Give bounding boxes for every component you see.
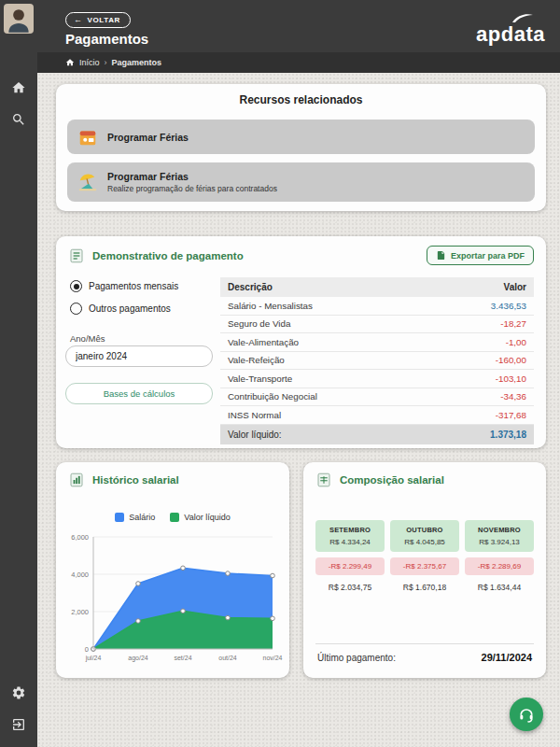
export-pdf-button[interactable]: Exportar para PDF [427, 246, 534, 265]
table-row: Contribuição Negocial -34,36 [220, 388, 534, 407]
history-chart-icon [68, 472, 85, 488]
export-pdf-label: Exportar para PDF [451, 251, 525, 261]
valor-liquido-swatch [170, 513, 179, 522]
deduction-chip: -R$ 2.375,67 [390, 557, 459, 575]
deduction-value: -R$ 2.289,69 [467, 562, 532, 571]
radio-pagamentos-mensais[interactable]: Pagamentos mensais [70, 280, 178, 292]
composition-month-setembro: SETEMBRO R$ 4.334,24 -R$ 2.299,49 R$ 2.0… [315, 520, 385, 592]
logo-text: apdata [476, 24, 545, 45]
related-item-label: Programar Férias [107, 132, 189, 143]
radio-label: Pagamentos mensais [89, 281, 178, 291]
deduction-value: -R$ 2.299,49 [317, 562, 383, 571]
row-value: -1,00 [506, 337, 526, 347]
gross-value: R$ 4.045,85 [392, 538, 457, 546]
breadcrumb-current: Pagamentos [112, 58, 162, 67]
table-row: Vale-Transporte -103,10 [220, 370, 534, 388]
period-input[interactable] [65, 345, 213, 367]
svg-text:set/24: set/24 [174, 655, 191, 661]
back-arrow-icon: ← [74, 16, 83, 24]
row-desc: Vale-Refeição [228, 355, 285, 365]
pdf-export-icon [436, 250, 446, 261]
breadcrumb: Início › Pagamentos [65, 56, 161, 69]
support-fab-button[interactable] [510, 698, 543, 731]
settings-gear-icon[interactable] [11, 685, 26, 700]
net-value: R$ 1.634,44 [465, 583, 534, 592]
salario-swatch [115, 513, 124, 522]
svg-text:jul/24: jul/24 [85, 655, 102, 662]
logout-icon[interactable] [11, 717, 26, 732]
breadcrumb-inicio[interactable]: Início [79, 58, 100, 67]
breadcrumb-separator: › [105, 58, 107, 67]
beach-vacation-icon [77, 172, 98, 192]
search-icon[interactable] [11, 112, 26, 127]
row-value: -103,10 [496, 374, 526, 384]
radio-label: Outros pagamentos [89, 303, 171, 314]
related-resources-title: Recursos relacionados [56, 84, 546, 106]
home-icon[interactable] [11, 80, 26, 95]
last-payment-row: Último pagamento: 29/11/2024 [317, 652, 532, 663]
svg-text:6,000: 6,000 [71, 533, 89, 542]
breadcrumb-home-icon[interactable] [65, 54, 75, 71]
row-value: 3.436,53 [491, 301, 526, 311]
radio-circle[interactable] [70, 303, 82, 315]
related-item-programar-ferias-1[interactable]: Programar Férias [67, 120, 535, 154]
month-name: OUTUBRO [392, 526, 457, 534]
salary-composition-card: Composição salarial SETEMBRO R$ 4.334,24… [303, 462, 546, 678]
back-label: VOLTAR [88, 16, 120, 24]
gross-chip: SETEMBRO R$ 4.334,24 [315, 520, 385, 552]
deduction-chip: -R$ 2.299,49 [315, 557, 385, 575]
avatar-photo [4, 4, 34, 34]
period-label: Ano/Mês [70, 333, 105, 344]
row-value: -18,27 [500, 318, 526, 329]
deduction-chip: -R$ 2.289,69 [465, 557, 534, 575]
back-button[interactable]: ← VOLTAR [65, 12, 131, 28]
legend-valor-liquido: Valor líquido [170, 513, 230, 522]
svg-text:nov/24: nov/24 [262, 655, 282, 661]
net-value: R$ 2.034,75 [315, 583, 385, 592]
svg-text:ago/24: ago/24 [128, 655, 148, 662]
table-row: Seguro de Vida -18,27 [220, 316, 534, 334]
footer-label: Valor líquido: [228, 430, 282, 440]
radio-outros-pagamentos[interactable]: Outros pagamentos [70, 303, 171, 315]
net-value: R$ 1.670,18 [390, 583, 459, 592]
composition-title: Composição salarial [340, 474, 444, 486]
apdata-logo: apdata [476, 13, 545, 45]
deduction-value: -R$ 2.375,67 [392, 562, 457, 571]
divider [315, 643, 534, 644]
related-item-programar-ferias-2[interactable]: Programar Férias Realize programação de … [67, 162, 535, 202]
legend-label: Valor líquido [184, 513, 230, 522]
composition-month-outubro: OUTUBRO R$ 4.045,85 -R$ 2.375,67 R$ 1.67… [390, 520, 459, 592]
last-payment-value: 29/11/2024 [482, 652, 532, 663]
payment-table: Descrição Valor Salário - Mensalistas 3.… [220, 277, 534, 444]
screen: ← VOLTAR Pagamentos Início › Pagamentos … [0, 0, 560, 747]
bases-calculos-button[interactable]: Bases de cálculos [65, 383, 213, 404]
vacation-schedule-icon [77, 127, 98, 148]
footer-value: 1.373,18 [490, 430, 526, 440]
row-value: -160,00 [496, 355, 526, 365]
last-payment-label: Último pagamento: [317, 653, 396, 663]
radio-circle[interactable] [70, 280, 82, 292]
statement-document-icon [68, 247, 85, 264]
month-name: SETEMBRO [317, 526, 383, 534]
gross-chip: OUTUBRO R$ 4.045,85 [390, 520, 459, 552]
user-avatar[interactable] [4, 4, 34, 34]
related-resources-card: Recursos relacionados Programar Férias [56, 84, 546, 211]
sidebar [0, 0, 37, 747]
row-desc: Seguro de Vida [228, 318, 290, 329]
legend-label: Salário [129, 513, 155, 522]
row-desc: Salário - Mensalistas [228, 301, 313, 311]
svg-text:out/24: out/24 [218, 655, 237, 661]
gross-value: R$ 3.924,13 [467, 538, 532, 546]
month-name: NOVEMBRO [467, 526, 532, 534]
headset-icon [517, 705, 536, 724]
row-value: -317,68 [496, 410, 526, 420]
svg-text:0: 0 [85, 645, 89, 654]
gross-value: R$ 4.334,24 [317, 538, 383, 546]
gross-chip: NOVEMBRO R$ 3.924,13 [465, 520, 534, 552]
chart-legend: Salário Valor líquido [56, 513, 289, 522]
row-desc: Contribuição Negocial [228, 391, 317, 402]
page-title: Pagamentos [65, 31, 148, 47]
svg-text:4,000: 4,000 [71, 571, 89, 579]
row-desc: INSS Normal [228, 410, 281, 420]
statement-title: Demonstrativo de pagamento [92, 250, 244, 261]
